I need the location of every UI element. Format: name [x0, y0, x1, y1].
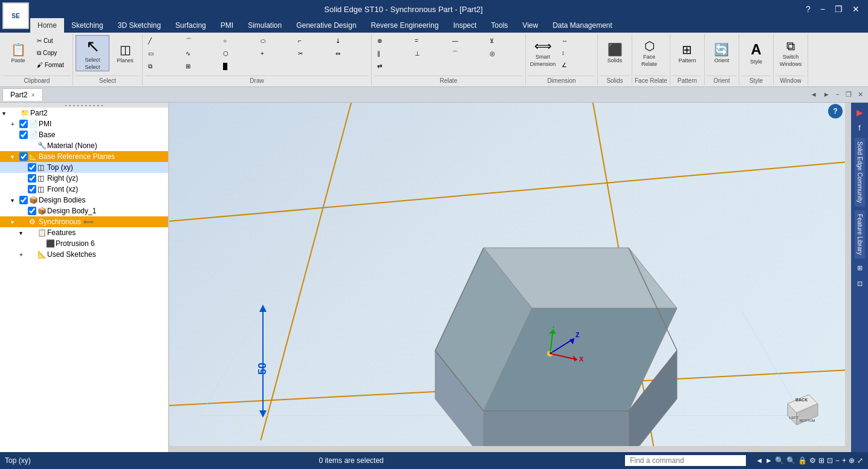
select-button[interactable]: ↖ Select Select: [76, 35, 109, 71]
tree-expand-usedSketches[interactable]: +: [19, 251, 28, 258]
sidebar-icon2[interactable]: ⊡: [852, 277, 867, 291]
app-restore-btn[interactable]: ❐: [831, 4, 846, 14]
vert-dim-btn[interactable]: ↕: [559, 47, 595, 59]
tree-item-protrusion6[interactable]: ⬛Protrusion 6: [0, 238, 168, 249]
spline-btn[interactable]: ∿: [183, 48, 219, 59]
mirror-btn[interactable]: ⇔: [332, 48, 369, 59]
equal2-btn[interactable]: —: [449, 35, 485, 47]
angular-dim-btn[interactable]: ∠: [559, 59, 595, 71]
orient-button[interactable]: 🔄 Orient: [707, 35, 736, 71]
ribbon-tab-view[interactable]: View: [515, 18, 545, 33]
tree-expand-baseRefPlanes[interactable]: ▾: [11, 154, 19, 160]
trim-btn[interactable]: ✂: [295, 48, 331, 59]
scrollbar-horizontal[interactable]: [169, 446, 851, 452]
tree-item-material[interactable]: 🔧Material (None): [0, 140, 168, 151]
ribbon-tab-generative-design[interactable]: Generative Design: [289, 18, 363, 33]
sidebar-icon1[interactable]: ⊞: [852, 261, 867, 276]
doc-close-btn[interactable]: ✕: [855, 89, 866, 100]
copy-button[interactable]: ⧉ Copy: [34, 47, 70, 59]
status-icon4[interactable]: +: [842, 456, 846, 465]
fillregion-btn[interactable]: █: [220, 60, 256, 72]
tree-expand-pmi[interactable]: +: [11, 121, 19, 128]
fillet-btn[interactable]: ⌐: [295, 35, 331, 47]
sym-btn[interactable]: ⇄: [374, 60, 410, 72]
format-button[interactable]: 🖌 Format: [34, 59, 70, 71]
tree-check-right[interactable]: [28, 174, 36, 183]
coincident-btn[interactable]: ⊕: [374, 35, 410, 47]
lock-icon[interactable]: 🔒: [798, 456, 807, 465]
concentric-btn[interactable]: ◎: [487, 48, 523, 59]
tree-check-pmi[interactable]: [19, 120, 28, 128]
tree-item-usedSketches[interactable]: +📐Used Sketches: [0, 249, 168, 260]
cut-button[interactable]: ✂ Cut: [34, 35, 70, 47]
tree-item-designBody1[interactable]: 📦Design Body_1: [0, 205, 168, 216]
status-icon6[interactable]: ⤢: [857, 456, 863, 465]
ribbon-tab-home[interactable]: Home: [30, 18, 64, 33]
community-tab[interactable]: Solid Edge Community: [855, 138, 865, 207]
tree-item-designBodies[interactable]: ▾📦Design Bodies: [0, 195, 168, 205]
tree-handle[interactable]: · · · · · · · · · ·: [0, 103, 168, 108]
ribbon-tab-inspect[interactable]: Inspect: [446, 18, 484, 33]
tree-check-base[interactable]: [19, 131, 28, 139]
tree-check-designBody1[interactable]: [28, 207, 36, 215]
app-minimize-btn[interactable]: −: [817, 4, 829, 14]
status-icon5[interactable]: ⊕: [849, 456, 855, 465]
tree-check-designBodies[interactable]: [19, 196, 28, 204]
zoom-icon[interactable]: 🔍: [786, 456, 795, 465]
perp-btn[interactable]: ⊥: [412, 48, 448, 59]
switch-windows-button[interactable]: ⧉ Switch Windows: [776, 35, 805, 71]
ribbon-tab-sketching[interactable]: Sketching: [64, 18, 111, 33]
ribbon-tab-surfacing[interactable]: Surfacing: [168, 18, 213, 33]
pattern-button[interactable]: ⊞ Pattern: [673, 35, 702, 71]
status-icon2[interactable]: ⊡: [827, 456, 833, 465]
equal-btn[interactable]: =: [412, 35, 448, 47]
ribbon-tab-simulation[interactable]: Simulation: [241, 18, 289, 33]
ribbon-tab-tools[interactable]: Tools: [484, 18, 515, 33]
app-close-btn[interactable]: ✕: [849, 4, 863, 14]
3d-viewport[interactable]: 50 X Y Z: [169, 103, 851, 452]
arc-btn[interactable]: ⌒: [183, 35, 219, 47]
circle-btn[interactable]: ○: [220, 35, 256, 47]
settings-icon[interactable]: ⚙: [809, 456, 816, 465]
doc-tab-part2[interactable]: Part2 ×: [2, 88, 43, 101]
doc-minimize-btn[interactable]: −: [834, 89, 842, 100]
point-btn[interactable]: +: [257, 48, 294, 59]
line-btn[interactable]: ╱: [145, 35, 181, 47]
tree-expand-designBodies[interactable]: ▾: [11, 197, 19, 204]
tree-item-base[interactable]: 📄Base: [0, 129, 168, 140]
tree-expand-part2[interactable]: ▾: [2, 110, 11, 117]
horiz-dim-btn[interactable]: ↔: [559, 35, 595, 47]
style-button[interactable]: A Style: [742, 35, 771, 71]
facebook-icon[interactable]: f: [852, 121, 867, 135]
tree-item-pmi[interactable]: +📄PMI: [0, 118, 168, 129]
tree-item-top[interactable]: ◫Top (xy): [0, 162, 168, 173]
tree-item-features[interactable]: ▾📋Features: [0, 227, 168, 238]
doc-restore-btn[interactable]: ❐: [843, 89, 854, 100]
doc-nav-next[interactable]: ►: [821, 89, 832, 100]
tree-item-right[interactable]: ◫Right (yz): [0, 173, 168, 184]
paste-button[interactable]: 📋 Paste: [4, 35, 33, 71]
smart-dimension-button[interactable]: ⟺ Smart Dimension: [528, 35, 557, 71]
feature-library-tab[interactable]: Feature Library: [855, 210, 865, 259]
navigate-forward-icon[interactable]: ►: [765, 456, 772, 465]
tree-item-baseRefPlanes[interactable]: ▾📐Base Reference Planes: [0, 151, 168, 162]
construction-btn[interactable]: ⊞: [183, 60, 219, 72]
ribbon-tab-pmi[interactable]: PMI: [213, 18, 241, 33]
ribbon-tab-data-management[interactable]: Data Management: [545, 18, 620, 33]
nav-cube[interactable]: BACK LEFT BOTTOM: [779, 386, 827, 434]
ribbon-tab-reverse-engineering[interactable]: Reverse Engineering: [364, 18, 446, 33]
solids-button[interactable]: ⬛ Solids: [600, 35, 629, 71]
scrollbar-vertical[interactable]: [845, 103, 851, 446]
offset-btn[interactable]: ⤓: [332, 35, 369, 47]
tangent-btn[interactable]: ⌒: [449, 48, 485, 59]
status-icon3[interactable]: −: [835, 456, 840, 465]
ellipse-btn[interactable]: ⬭: [257, 35, 294, 47]
app-help-icon[interactable]: ?: [802, 4, 814, 14]
doc-nav-prev[interactable]: ◄: [808, 89, 820, 100]
polygon-btn[interactable]: ⬡: [220, 48, 256, 59]
expand-icon[interactable]: ⊞: [818, 456, 824, 465]
tree-expand-features[interactable]: ▾: [19, 230, 28, 236]
title-controls[interactable]: ? − ❐ ✕: [802, 4, 863, 14]
ribbon-tab-3d-sketching[interactable]: 3D Sketching: [111, 18, 168, 33]
parallel-btn[interactable]: ∥: [374, 48, 410, 59]
